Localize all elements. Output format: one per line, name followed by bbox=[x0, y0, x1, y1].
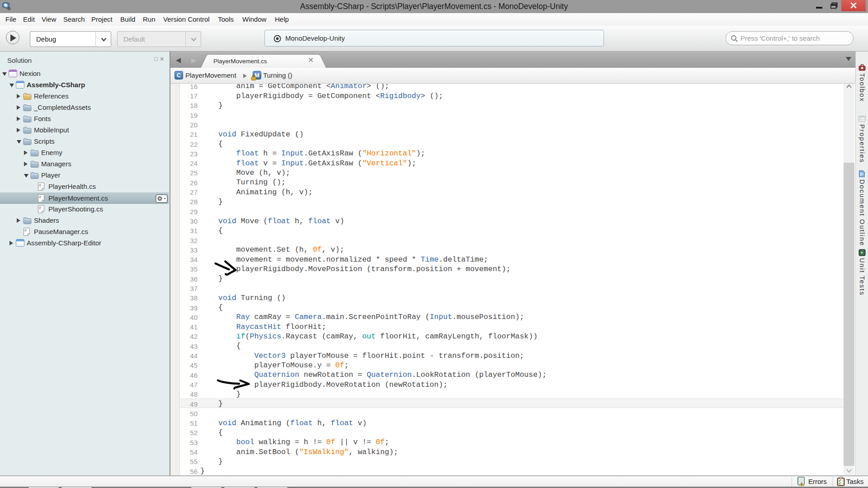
svg-text:#: # bbox=[24, 228, 27, 233]
svg-text:#: # bbox=[39, 183, 41, 188]
svg-text:#: # bbox=[39, 195, 41, 199]
svg-text:#: # bbox=[39, 206, 41, 210]
